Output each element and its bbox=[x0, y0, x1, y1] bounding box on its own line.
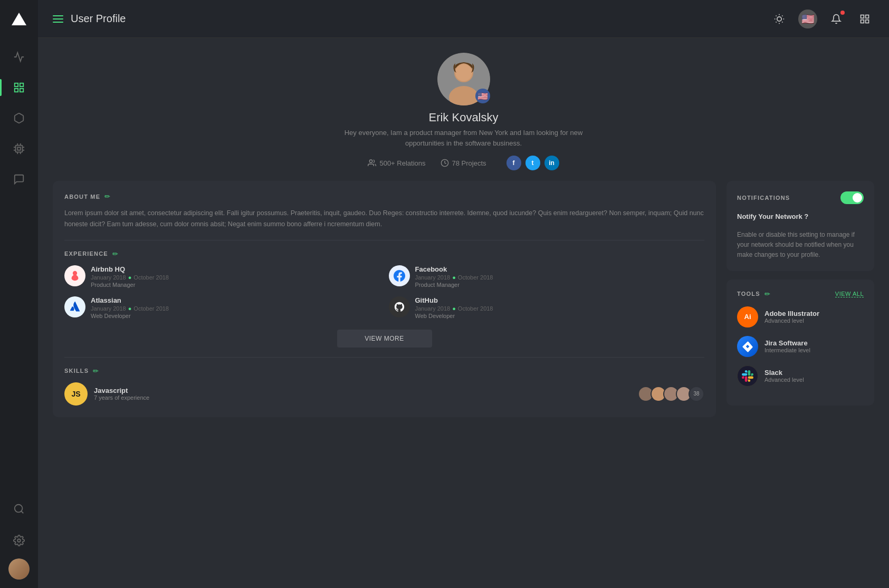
facebook-dates: January 2018●October 2018 bbox=[415, 274, 493, 281]
divider-2 bbox=[64, 357, 704, 358]
exp-item-airbnb: Airbnb HQ January 2018●October 2018 Prod… bbox=[64, 265, 380, 288]
javascript-exp: 7 years of experience bbox=[94, 394, 149, 401]
svg-point-16 bbox=[17, 539, 21, 542]
svg-line-24 bbox=[776, 22, 777, 22]
notifications-card: NOTIFICATIONS Notify Your Network ? Enab… bbox=[727, 181, 874, 271]
airbnb-company: Airbnb HQ bbox=[91, 265, 169, 273]
about-edit-icon[interactable]: ✏ bbox=[104, 192, 110, 200]
sidebar-item-dashboard[interactable] bbox=[0, 74, 38, 101]
notifications-header: NOTIFICATIONS bbox=[737, 191, 864, 204]
exp-item-github: GitHub January 2018●October 2018 Web Dev… bbox=[389, 296, 705, 319]
sidebar-item-settings[interactable] bbox=[0, 527, 38, 554]
right-column: NOTIFICATIONS Notify Your Network ? Enab… bbox=[727, 181, 874, 577]
hamburger-menu[interactable] bbox=[53, 15, 63, 23]
svg-rect-28 bbox=[861, 20, 864, 23]
linkedin-link[interactable]: in bbox=[544, 156, 559, 170]
experience-label: EXPERIENCE bbox=[64, 250, 108, 257]
svg-point-34 bbox=[370, 160, 372, 162]
tools-edit-icon[interactable]: ✏ bbox=[764, 290, 770, 298]
skills-label: SKILLS bbox=[64, 368, 89, 374]
skills-section-header: SKILLS ✏ bbox=[64, 367, 704, 375]
atlassian-logo bbox=[64, 296, 85, 317]
svg-rect-4 bbox=[17, 147, 21, 150]
facebook-logo bbox=[389, 265, 410, 286]
notification-badge bbox=[840, 11, 845, 15]
javascript-name: Javascript bbox=[94, 387, 149, 394]
svg-rect-2 bbox=[15, 89, 18, 92]
svg-point-33 bbox=[455, 64, 472, 81]
javascript-badge: JS bbox=[64, 382, 88, 406]
experience-section-header: EXPERIENCE ✏ bbox=[64, 250, 704, 258]
sidebar-item-search[interactable] bbox=[0, 495, 38, 523]
about-label: ABOUT ME bbox=[64, 194, 100, 200]
notification-bell-button[interactable] bbox=[827, 9, 846, 28]
facebook-company: Facebook bbox=[415, 265, 493, 273]
sidebar-item-chat[interactable] bbox=[0, 166, 38, 193]
user-avatar-sidebar[interactable] bbox=[8, 558, 30, 580]
grid-apps-button[interactable] bbox=[855, 9, 874, 28]
facebook-link[interactable]: f bbox=[506, 156, 521, 170]
notifications-label: NOTIFICATIONS bbox=[737, 195, 790, 201]
sidebar-item-cube[interactable] bbox=[0, 104, 38, 132]
toggle-knob bbox=[853, 193, 862, 203]
left-column: ABOUT ME ✏ Lorem ipsum dolor sit amet, c… bbox=[53, 181, 716, 577]
tool-item-illustrator: Ai Adobe Illustrator Advanced level bbox=[737, 306, 864, 327]
header-actions: 🇺🇸 bbox=[770, 9, 874, 28]
slack-name: Slack bbox=[764, 369, 804, 377]
atlassian-dates: January 2018●October 2018 bbox=[91, 305, 169, 312]
svg-rect-29 bbox=[866, 20, 869, 23]
profile-hero: 🇺🇸 Erik Kovalsky Hey everyone, Iam a pro… bbox=[38, 38, 889, 181]
exp-item-atlassian: Atlassian January 2018●October 2018 Web … bbox=[64, 296, 380, 319]
sidebar bbox=[0, 0, 38, 588]
github-logo bbox=[389, 296, 410, 317]
sidebar-item-chip[interactable] bbox=[0, 135, 38, 162]
airbnb-info: Airbnb HQ January 2018●October 2018 Prod… bbox=[91, 265, 169, 288]
github-role: Web Developer bbox=[415, 313, 493, 319]
skill-item-javascript: JS Javascript 7 years of experience 38 bbox=[64, 382, 704, 406]
hamburger-line-3 bbox=[53, 22, 63, 23]
view-more-button[interactable]: VIEW MORE bbox=[337, 330, 432, 348]
projects-stat: 78 Projects bbox=[441, 159, 486, 167]
projects-count: 78 Projects bbox=[452, 159, 486, 167]
experience-edit-icon[interactable]: ✏ bbox=[112, 250, 118, 258]
svg-rect-3 bbox=[20, 89, 23, 92]
jira-level: Intermediate level bbox=[764, 347, 810, 353]
airbnb-dates: January 2018●October 2018 bbox=[91, 274, 169, 281]
profile-stats: 500+ Relations 78 Projects f t in bbox=[368, 156, 559, 170]
tools-label: TOOLS bbox=[737, 291, 760, 297]
sidebar-item-activity[interactable] bbox=[0, 43, 38, 71]
atlassian-role: Web Developer bbox=[91, 313, 169, 319]
twitter-link[interactable]: t bbox=[525, 156, 540, 170]
profile-avatar-container: 🇺🇸 bbox=[437, 53, 490, 105]
profile-name: Erik Kovalsky bbox=[428, 111, 498, 124]
theme-toggle-button[interactable] bbox=[770, 9, 789, 28]
divider-1 bbox=[64, 240, 704, 240]
illustrator-info: Adobe Illustrator Advanced level bbox=[764, 310, 819, 324]
app-logo[interactable] bbox=[0, 0, 38, 38]
javascript-info: Javascript 7 years of experience bbox=[94, 387, 149, 401]
jira-name: Jira Software bbox=[764, 339, 810, 347]
logo-triangle bbox=[12, 13, 26, 25]
view-all-tools-link[interactable]: VIEW ALL bbox=[835, 291, 864, 297]
illustrator-name: Adobe Illustrator bbox=[764, 310, 819, 317]
skills-edit-icon[interactable]: ✏ bbox=[93, 367, 99, 375]
about-text: Lorem ipsum dolor sit amet, consectetur … bbox=[64, 208, 704, 230]
profile-bio: Hey everyone, Iam a product manager from… bbox=[337, 128, 590, 148]
svg-line-20 bbox=[776, 15, 777, 16]
notifications-toggle[interactable] bbox=[840, 191, 864, 204]
facebook-info: Facebook January 2018●October 2018 Produ… bbox=[415, 265, 493, 288]
svg-point-17 bbox=[777, 16, 781, 21]
github-info: GitHub January 2018●October 2018 Web Dev… bbox=[415, 296, 493, 319]
page-title: User Profile bbox=[71, 13, 770, 25]
svg-line-21 bbox=[782, 22, 782, 22]
tools-header: TOOLS ✏ VIEW ALL bbox=[737, 290, 864, 298]
language-flag-button[interactable]: 🇺🇸 bbox=[798, 9, 817, 28]
illustrator-logo: Ai bbox=[737, 306, 758, 327]
sidebar-navigation bbox=[0, 38, 38, 495]
profile-country-flag: 🇺🇸 bbox=[475, 89, 490, 103]
hamburger-line-2 bbox=[53, 18, 63, 20]
content-area: ABOUT ME ✏ Lorem ipsum dolor sit amet, c… bbox=[38, 181, 889, 588]
relations-stat: 500+ Relations bbox=[368, 159, 425, 167]
main-content: User Profile 🇺🇸 bbox=[38, 0, 889, 588]
main-card: ABOUT ME ✏ Lorem ipsum dolor sit amet, c… bbox=[53, 181, 716, 417]
